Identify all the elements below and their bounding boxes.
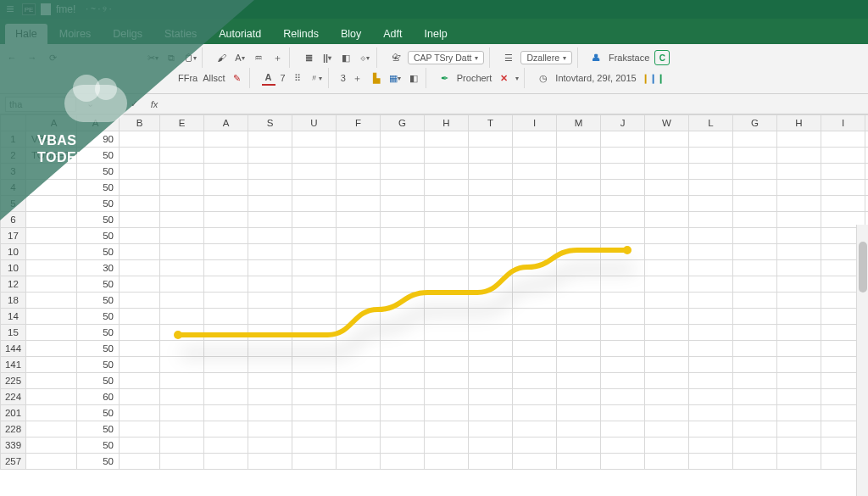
cell[interactable] bbox=[120, 309, 160, 325]
cell[interactable] bbox=[425, 131, 469, 148]
cell[interactable] bbox=[381, 131, 425, 148]
merge-icon[interactable]: ◧ bbox=[339, 50, 353, 65]
cell[interactable]: 50 bbox=[77, 276, 120, 293]
cell[interactable] bbox=[120, 454, 160, 470]
cell[interactable] bbox=[160, 437, 204, 454]
cell[interactable] bbox=[425, 454, 469, 470]
row-header[interactable]: 141 bbox=[1, 357, 26, 373]
cell[interactable] bbox=[777, 357, 821, 373]
cell[interactable] bbox=[733, 357, 777, 373]
cell[interactable] bbox=[777, 421, 821, 437]
cell[interactable] bbox=[513, 309, 557, 325]
col-header[interactable]: B bbox=[120, 115, 160, 131]
cell[interactable] bbox=[469, 437, 513, 454]
cell[interactable] bbox=[777, 437, 821, 454]
cell[interactable] bbox=[26, 421, 77, 437]
cell[interactable] bbox=[469, 212, 513, 228]
cell[interactable] bbox=[645, 196, 689, 212]
cell[interactable] bbox=[160, 325, 204, 341]
cell[interactable] bbox=[689, 293, 733, 309]
cell[interactable] bbox=[557, 293, 601, 309]
cell[interactable] bbox=[557, 148, 601, 164]
cell[interactable] bbox=[381, 244, 425, 260]
cell[interactable] bbox=[513, 405, 557, 421]
allsct-label[interactable]: Allsct bbox=[203, 73, 225, 83]
cell[interactable] bbox=[645, 180, 689, 196]
cell[interactable] bbox=[777, 260, 821, 276]
cell[interactable] bbox=[469, 454, 513, 470]
cell[interactable]: 50 bbox=[77, 341, 120, 357]
cell[interactable] bbox=[689, 276, 733, 293]
cell[interactable] bbox=[645, 309, 689, 325]
cell[interactable] bbox=[292, 454, 337, 470]
frakstace-label[interactable]: Frakstace bbox=[609, 53, 649, 63]
col-header[interactable]: S bbox=[248, 115, 292, 131]
cell[interactable]: 50 bbox=[77, 325, 120, 341]
cell[interactable] bbox=[337, 212, 381, 228]
cell[interactable] bbox=[292, 196, 337, 212]
cell[interactable] bbox=[337, 196, 381, 212]
cell[interactable] bbox=[381, 260, 425, 276]
cell[interactable] bbox=[204, 148, 248, 164]
row-header[interactable]: 257 bbox=[1, 454, 26, 470]
row-header[interactable]: 225 bbox=[1, 373, 26, 389]
cell[interactable] bbox=[120, 228, 160, 244]
cell[interactable]: 50 bbox=[77, 421, 120, 437]
cell[interactable] bbox=[26, 164, 77, 180]
col-header[interactable]: G bbox=[381, 115, 425, 131]
cell[interactable] bbox=[513, 244, 557, 260]
cell[interactable] bbox=[425, 148, 469, 164]
cell[interactable] bbox=[733, 421, 777, 437]
cell[interactable] bbox=[120, 212, 160, 228]
cell[interactable] bbox=[513, 373, 557, 389]
cell[interactable] bbox=[26, 276, 77, 293]
cell[interactable] bbox=[248, 421, 292, 437]
cell[interactable] bbox=[645, 357, 689, 373]
cell[interactable] bbox=[601, 148, 645, 164]
cell[interactable] bbox=[160, 131, 204, 148]
plus-icon[interactable]: ＋ bbox=[270, 50, 284, 65]
font-icon[interactable]: A▾ bbox=[233, 50, 247, 65]
cell[interactable] bbox=[733, 325, 777, 341]
layer-icon[interactable]: ◧ bbox=[407, 70, 420, 86]
cell[interactable] bbox=[26, 341, 77, 357]
cell[interactable] bbox=[248, 148, 292, 164]
cell[interactable] bbox=[469, 389, 513, 405]
cell[interactable] bbox=[160, 341, 204, 357]
cell[interactable] bbox=[469, 405, 513, 421]
grid-table[interactable]: AABEASUFGHTIMJWLGHIK 1VBAS902TODEET50350… bbox=[0, 114, 868, 470]
cell[interactable] bbox=[645, 373, 689, 389]
plus-small-icon[interactable]: ＋ bbox=[351, 70, 364, 86]
cell[interactable] bbox=[513, 131, 557, 148]
cell[interactable] bbox=[337, 276, 381, 293]
cell[interactable] bbox=[160, 228, 204, 244]
cell[interactable] bbox=[689, 196, 733, 212]
cell[interactable] bbox=[204, 437, 248, 454]
cell[interactable] bbox=[26, 180, 77, 196]
cell[interactable] bbox=[26, 212, 77, 228]
cell[interactable] bbox=[26, 293, 77, 309]
cell[interactable] bbox=[733, 437, 777, 454]
cell[interactable] bbox=[777, 309, 821, 325]
cell[interactable] bbox=[557, 325, 601, 341]
cell[interactable] bbox=[645, 244, 689, 260]
cell[interactable] bbox=[248, 131, 292, 148]
cell[interactable]: TODEET bbox=[26, 148, 77, 164]
row-header[interactable]: 14 bbox=[1, 309, 26, 325]
cell[interactable] bbox=[601, 421, 645, 437]
cell[interactable] bbox=[337, 437, 381, 454]
cell[interactable] bbox=[601, 276, 645, 293]
cell[interactable]: 90 bbox=[77, 131, 120, 148]
cell[interactable] bbox=[689, 437, 733, 454]
cell[interactable] bbox=[204, 228, 248, 244]
cell[interactable] bbox=[248, 357, 292, 373]
cell[interactable] bbox=[733, 405, 777, 421]
cell[interactable] bbox=[248, 212, 292, 228]
fill-icon[interactable]: ♒︎ bbox=[252, 50, 265, 65]
forward-icon[interactable]: → bbox=[25, 50, 39, 65]
cell[interactable] bbox=[160, 405, 204, 421]
cell[interactable] bbox=[381, 196, 425, 212]
cell[interactable] bbox=[26, 309, 77, 325]
cell[interactable] bbox=[469, 357, 513, 373]
cell[interactable] bbox=[645, 437, 689, 454]
